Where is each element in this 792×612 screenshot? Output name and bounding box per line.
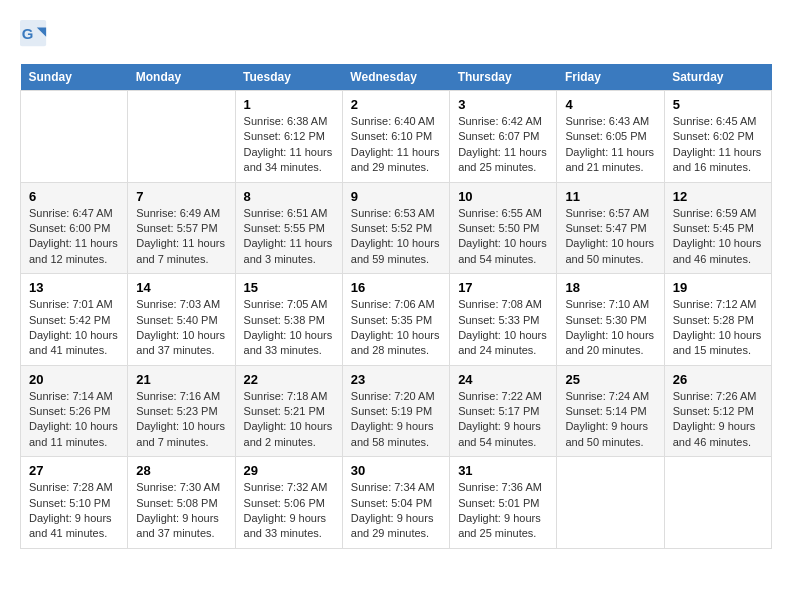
day-number: 29 [244,463,334,478]
day-number: 26 [673,372,763,387]
calendar-cell: 8Sunrise: 6:51 AM Sunset: 5:55 PM Daylig… [235,182,342,274]
day-number: 15 [244,280,334,295]
calendar-cell: 16Sunrise: 7:06 AM Sunset: 5:35 PM Dayli… [342,274,449,366]
day-info: Sunrise: 6:43 AM Sunset: 6:05 PM Dayligh… [565,114,655,176]
header-row: SundayMondayTuesdayWednesdayThursdayFrid… [21,64,772,91]
day-header-monday: Monday [128,64,235,91]
day-info: Sunrise: 6:57 AM Sunset: 5:47 PM Dayligh… [565,206,655,268]
day-number: 16 [351,280,441,295]
calendar-cell: 19Sunrise: 7:12 AM Sunset: 5:28 PM Dayli… [664,274,771,366]
day-info: Sunrise: 7:01 AM Sunset: 5:42 PM Dayligh… [29,297,119,359]
calendar-cell [664,457,771,549]
day-info: Sunrise: 6:42 AM Sunset: 6:07 PM Dayligh… [458,114,548,176]
calendar-cell: 4Sunrise: 6:43 AM Sunset: 6:05 PM Daylig… [557,91,664,183]
day-info: Sunrise: 7:24 AM Sunset: 5:14 PM Dayligh… [565,389,655,451]
day-number: 7 [136,189,226,204]
calendar-table: SundayMondayTuesdayWednesdayThursdayFrid… [20,64,772,549]
calendar-cell: 14Sunrise: 7:03 AM Sunset: 5:40 PM Dayli… [128,274,235,366]
calendar-cell: 21Sunrise: 7:16 AM Sunset: 5:23 PM Dayli… [128,365,235,457]
calendar-cell: 27Sunrise: 7:28 AM Sunset: 5:10 PM Dayli… [21,457,128,549]
calendar-cell: 9Sunrise: 6:53 AM Sunset: 5:52 PM Daylig… [342,182,449,274]
day-info: Sunrise: 7:03 AM Sunset: 5:40 PM Dayligh… [136,297,226,359]
day-info: Sunrise: 7:08 AM Sunset: 5:33 PM Dayligh… [458,297,548,359]
calendar-cell: 30Sunrise: 7:34 AM Sunset: 5:04 PM Dayli… [342,457,449,549]
calendar-cell: 22Sunrise: 7:18 AM Sunset: 5:21 PM Dayli… [235,365,342,457]
calendar-week-1: 1Sunrise: 6:38 AM Sunset: 6:12 PM Daylig… [21,91,772,183]
day-number: 22 [244,372,334,387]
day-info: Sunrise: 7:36 AM Sunset: 5:01 PM Dayligh… [458,480,548,542]
day-number: 24 [458,372,548,387]
day-info: Sunrise: 7:05 AM Sunset: 5:38 PM Dayligh… [244,297,334,359]
day-info: Sunrise: 7:14 AM Sunset: 5:26 PM Dayligh… [29,389,119,451]
day-info: Sunrise: 7:32 AM Sunset: 5:06 PM Dayligh… [244,480,334,542]
calendar-week-3: 13Sunrise: 7:01 AM Sunset: 5:42 PM Dayli… [21,274,772,366]
calendar-cell: 12Sunrise: 6:59 AM Sunset: 5:45 PM Dayli… [664,182,771,274]
day-number: 13 [29,280,119,295]
calendar-cell: 3Sunrise: 6:42 AM Sunset: 6:07 PM Daylig… [450,91,557,183]
day-number: 31 [458,463,548,478]
calendar-week-5: 27Sunrise: 7:28 AM Sunset: 5:10 PM Dayli… [21,457,772,549]
day-info: Sunrise: 6:45 AM Sunset: 6:02 PM Dayligh… [673,114,763,176]
day-number: 28 [136,463,226,478]
day-number: 11 [565,189,655,204]
logo-icon: G [20,20,48,48]
calendar-cell [557,457,664,549]
day-info: Sunrise: 7:16 AM Sunset: 5:23 PM Dayligh… [136,389,226,451]
svg-text:G: G [22,25,34,42]
day-number: 30 [351,463,441,478]
day-header-tuesday: Tuesday [235,64,342,91]
calendar-cell: 10Sunrise: 6:55 AM Sunset: 5:50 PM Dayli… [450,182,557,274]
day-info: Sunrise: 6:59 AM Sunset: 5:45 PM Dayligh… [673,206,763,268]
day-number: 10 [458,189,548,204]
day-header-friday: Friday [557,64,664,91]
day-info: Sunrise: 7:34 AM Sunset: 5:04 PM Dayligh… [351,480,441,542]
day-header-saturday: Saturday [664,64,771,91]
calendar-cell: 24Sunrise: 7:22 AM Sunset: 5:17 PM Dayli… [450,365,557,457]
calendar-week-4: 20Sunrise: 7:14 AM Sunset: 5:26 PM Dayli… [21,365,772,457]
day-number: 18 [565,280,655,295]
day-number: 3 [458,97,548,112]
day-number: 6 [29,189,119,204]
page-header: G [20,20,772,48]
day-number: 5 [673,97,763,112]
day-info: Sunrise: 7:26 AM Sunset: 5:12 PM Dayligh… [673,389,763,451]
day-header-thursday: Thursday [450,64,557,91]
day-number: 23 [351,372,441,387]
day-number: 19 [673,280,763,295]
calendar-cell: 13Sunrise: 7:01 AM Sunset: 5:42 PM Dayli… [21,274,128,366]
day-info: Sunrise: 7:10 AM Sunset: 5:30 PM Dayligh… [565,297,655,359]
day-number: 21 [136,372,226,387]
calendar-cell: 11Sunrise: 6:57 AM Sunset: 5:47 PM Dayli… [557,182,664,274]
day-info: Sunrise: 6:49 AM Sunset: 5:57 PM Dayligh… [136,206,226,268]
calendar-cell: 17Sunrise: 7:08 AM Sunset: 5:33 PM Dayli… [450,274,557,366]
day-number: 14 [136,280,226,295]
calendar-cell: 28Sunrise: 7:30 AM Sunset: 5:08 PM Dayli… [128,457,235,549]
calendar-cell: 31Sunrise: 7:36 AM Sunset: 5:01 PM Dayli… [450,457,557,549]
day-info: Sunrise: 6:55 AM Sunset: 5:50 PM Dayligh… [458,206,548,268]
logo: G [20,20,52,48]
day-number: 2 [351,97,441,112]
day-number: 17 [458,280,548,295]
calendar-cell: 1Sunrise: 6:38 AM Sunset: 6:12 PM Daylig… [235,91,342,183]
calendar-cell [21,91,128,183]
day-header-wednesday: Wednesday [342,64,449,91]
calendar-cell: 23Sunrise: 7:20 AM Sunset: 5:19 PM Dayli… [342,365,449,457]
day-number: 1 [244,97,334,112]
day-number: 27 [29,463,119,478]
day-info: Sunrise: 7:18 AM Sunset: 5:21 PM Dayligh… [244,389,334,451]
calendar-week-2: 6Sunrise: 6:47 AM Sunset: 6:00 PM Daylig… [21,182,772,274]
day-number: 8 [244,189,334,204]
day-info: Sunrise: 7:06 AM Sunset: 5:35 PM Dayligh… [351,297,441,359]
calendar-cell: 6Sunrise: 6:47 AM Sunset: 6:00 PM Daylig… [21,182,128,274]
calendar-cell: 5Sunrise: 6:45 AM Sunset: 6:02 PM Daylig… [664,91,771,183]
calendar-cell: 20Sunrise: 7:14 AM Sunset: 5:26 PM Dayli… [21,365,128,457]
day-number: 12 [673,189,763,204]
calendar-cell [128,91,235,183]
day-info: Sunrise: 6:40 AM Sunset: 6:10 PM Dayligh… [351,114,441,176]
day-number: 20 [29,372,119,387]
day-header-sunday: Sunday [21,64,128,91]
calendar-cell: 25Sunrise: 7:24 AM Sunset: 5:14 PM Dayli… [557,365,664,457]
calendar-cell: 29Sunrise: 7:32 AM Sunset: 5:06 PM Dayli… [235,457,342,549]
day-info: Sunrise: 7:20 AM Sunset: 5:19 PM Dayligh… [351,389,441,451]
day-number: 4 [565,97,655,112]
